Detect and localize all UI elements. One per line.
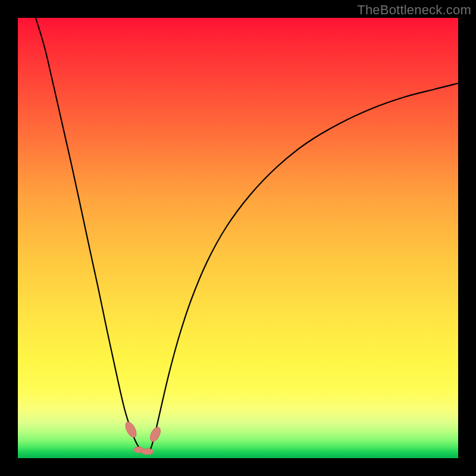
watermark-text: TheBottleneck.com xyxy=(357,2,471,18)
plot-area xyxy=(18,18,458,458)
curve-right xyxy=(149,83,458,453)
curve-marker xyxy=(123,420,139,439)
curve-left xyxy=(36,18,149,453)
curve-marker xyxy=(142,449,154,455)
curve-layer xyxy=(18,18,458,458)
chart-stage: TheBottleneck.com xyxy=(0,0,476,476)
curve-marker xyxy=(148,425,162,443)
